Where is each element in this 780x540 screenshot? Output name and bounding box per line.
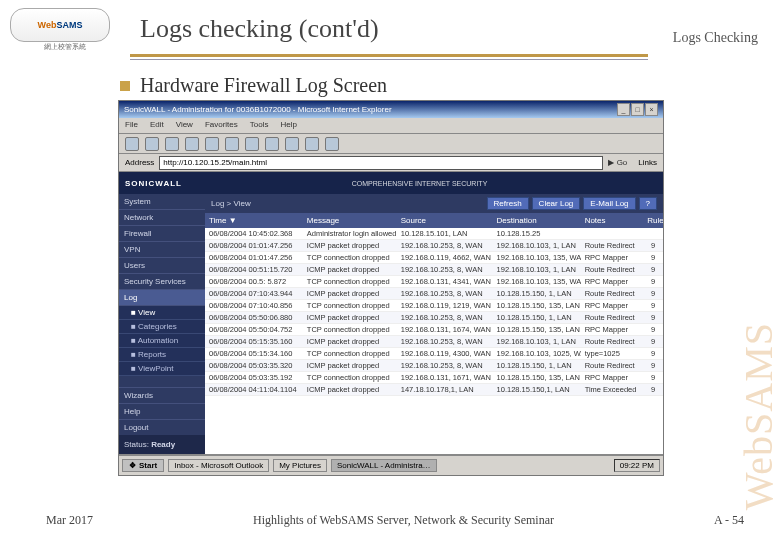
table-row: 06/08/2004 01:01:47.256ICMP packet dropp… — [205, 240, 663, 252]
sidebar-sub-reports[interactable]: ■ Reports — [119, 348, 205, 362]
log-table-body: 06/08/2004 10:45:02.368Administrator log… — [205, 228, 663, 396]
sidebar-sub-viewpoint[interactable]: ■ ViewPoint — [119, 362, 205, 376]
col-source[interactable]: Source — [397, 215, 493, 226]
table-row: 06/08/2004 05:50:04.752TCP connection dr… — [205, 324, 663, 336]
back-icon[interactable] — [125, 137, 139, 151]
subtitle: Hardware Firewall Log Screen — [140, 74, 387, 97]
table-row: 06/08/2004 00.5: 5.872TCP connection dro… — [205, 276, 663, 288]
sidebar-item-vpn[interactable]: VPN — [119, 242, 205, 258]
table-row: 06/08/2004 05:15:35.160ICMP packet dropp… — [205, 336, 663, 348]
sidebar-item-system[interactable]: System — [119, 194, 205, 210]
ie-title-text: SonicWALL - Administration for 0036B1072… — [124, 105, 392, 114]
close-icon[interactable]: × — [645, 103, 658, 116]
print-icon[interactable] — [325, 137, 339, 151]
sidebar-item-security-services[interactable]: Security Services — [119, 274, 205, 290]
browser-window: SonicWALL - Administration for 0036B1072… — [118, 100, 664, 476]
stop-icon[interactable] — [165, 137, 179, 151]
sidebar-item-wizards[interactable]: Wizards — [119, 387, 205, 403]
sidebar-item-network[interactable]: Network — [119, 210, 205, 226]
table-row: 06/08/2004 01:01:47.256TCP connection dr… — [205, 252, 663, 264]
slide-title: Logs checking (cont'd) — [140, 14, 379, 44]
table-row: 06/08/2004 07:10:40.856TCP connection dr… — [205, 300, 663, 312]
task-sonicwall[interactable]: SonicWALL - Administra… — [331, 459, 437, 472]
sidebar: System Network Firewall VPN Users Securi… — [119, 194, 205, 454]
table-row: 06/08/2004 10:45:02.368Administrator log… — [205, 228, 663, 240]
divider-grey — [130, 59, 648, 60]
sidebar-status: Status: Ready — [119, 435, 205, 454]
log-table-header: Time ▼ Message Source Destination Notes … — [205, 213, 663, 228]
refresh-button[interactable]: Refresh — [487, 197, 529, 210]
sidebar-item-log[interactable]: Log — [119, 290, 205, 306]
sidebar-sub-automation[interactable]: ■ Automation — [119, 334, 205, 348]
clear-log-button[interactable]: Clear Log — [532, 197, 581, 210]
address-input[interactable] — [159, 156, 603, 170]
watermark: WebSAMS — [735, 322, 780, 510]
go-button[interactable]: ▶ Go — [608, 158, 627, 167]
sonicwall-banner: SONICWALL COMPREHENSIVE INTERNET SECURIT… — [119, 172, 663, 194]
sidebar-item-logout[interactable]: Logout — [119, 419, 205, 435]
mail-icon[interactable] — [305, 137, 319, 151]
table-row: 06/08/2004 05:03:35.320ICMP packet dropp… — [205, 360, 663, 372]
col-rule[interactable]: Rule — [643, 215, 663, 226]
sidebar-sub-view[interactable]: ■ View — [119, 306, 205, 320]
divider-gold — [130, 54, 648, 57]
table-row: 06/08/2004 05:03:35.192TCP connection dr… — [205, 372, 663, 384]
maximize-icon[interactable]: □ — [631, 103, 644, 116]
col-notes[interactable]: Notes — [581, 215, 644, 226]
favorites-icon[interactable] — [245, 137, 259, 151]
sidebar-item-help[interactable]: Help — [119, 403, 205, 419]
email-log-button[interactable]: E-Mail Log — [583, 197, 635, 210]
footer-date: Mar 2017 — [46, 513, 93, 528]
col-time[interactable]: Time ▼ — [205, 215, 303, 226]
help-button[interactable]: ? — [639, 197, 657, 210]
taskbar: ❖ Start Inbox - Microsoft Outlook My Pic… — [119, 455, 663, 475]
address-label: Address — [125, 158, 154, 167]
start-button[interactable]: ❖ Start — [122, 459, 164, 472]
footer-page: A - 54 — [714, 513, 744, 528]
forward-icon[interactable] — [145, 137, 159, 151]
history-icon[interactable] — [285, 137, 299, 151]
table-row: 06/08/2004 05:15:34.160TCP connection dr… — [205, 348, 663, 360]
ie-menubar[interactable]: FileEditViewFavoritesToolsHelp — [119, 118, 663, 134]
task-pictures[interactable]: My Pictures — [273, 459, 327, 472]
search-icon[interactable] — [225, 137, 239, 151]
footer-center: Highlights of WebSAMS Server, Network & … — [253, 513, 554, 528]
col-message[interactable]: Message — [303, 215, 397, 226]
media-icon[interactable] — [265, 137, 279, 151]
task-outlook[interactable]: Inbox - Microsoft Outlook — [168, 459, 269, 472]
minimize-icon[interactable]: _ — [617, 103, 630, 116]
system-tray[interactable]: 09:22 PM — [614, 459, 660, 472]
sidebar-item-users[interactable]: Users — [119, 258, 205, 274]
slide-footer: Mar 2017 Highlights of WebSAMS Server, N… — [0, 513, 780, 528]
breadcrumb: Logs Checking — [673, 30, 758, 46]
sidebar-sub-categories[interactable]: ■ Categories — [119, 320, 205, 334]
col-destination[interactable]: Destination — [493, 215, 581, 226]
table-row: 06/08/2004 00:51:15.720ICMP packet dropp… — [205, 264, 663, 276]
bullet-icon — [120, 81, 130, 91]
sidebar-item-firewall[interactable]: Firewall — [119, 226, 205, 242]
ie-toolbar[interactable] — [119, 134, 663, 154]
table-row: 06/08/2004 07:10:43.944ICMP packet dropp… — [205, 288, 663, 300]
links-label[interactable]: Links — [638, 158, 657, 167]
websams-logo: WebSAMS 網上校管系統 — [10, 8, 120, 48]
home-icon[interactable] — [205, 137, 219, 151]
table-row: 06/08/2004 05:50:06.880ICMP packet dropp… — [205, 312, 663, 324]
table-row: 06/08/2004 04:11:04.1104ICMP packet drop… — [205, 384, 663, 396]
log-panel: Log > View Refresh Clear Log E-Mail Log … — [205, 194, 663, 454]
refresh-icon[interactable] — [185, 137, 199, 151]
ie-titlebar: SonicWALL - Administration for 0036B1072… — [119, 101, 663, 118]
log-breadcrumb: Log > View — [211, 199, 251, 208]
